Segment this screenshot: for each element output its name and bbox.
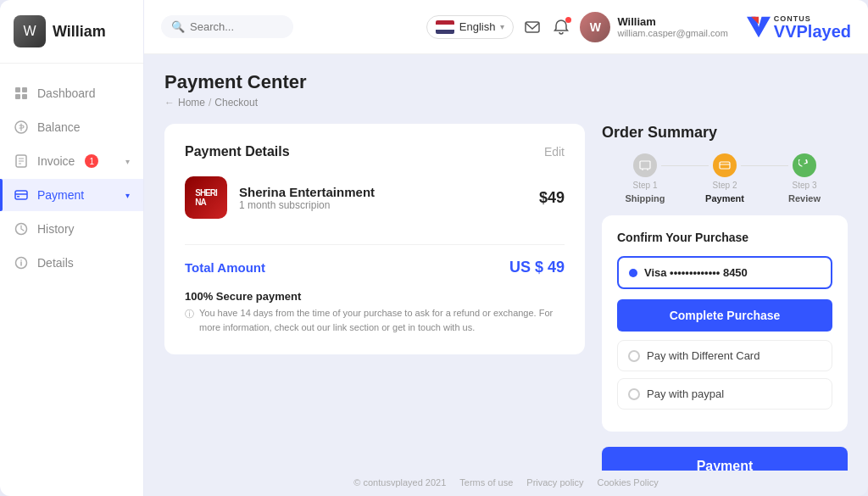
user-info[interactable]: W William william.casper@gmail.com (580, 12, 727, 42)
step-payment: Step 2 Payment (685, 153, 765, 203)
step-shipping-num: Step 1 (633, 181, 658, 190)
user-name: William (617, 15, 727, 28)
secure-desc: ⓘ You have 14 days from the time of your… (185, 306, 565, 334)
payment-chevron-icon: ▾ (125, 191, 130, 200)
topbar: 🔍 English ▾ W (144, 0, 868, 54)
svg-rect-16 (526, 22, 539, 32)
topbar-icons (524, 19, 570, 36)
total-row: Total Amount US $ 49 (185, 259, 565, 276)
step-review-label: Review (788, 193, 821, 203)
order-summary: Order Summary Step 1 Shipping (602, 124, 848, 471)
search-input[interactable] (190, 20, 283, 33)
content-area: Payment Center ← Home / Checkout Payment… (144, 54, 868, 471)
step-shipping: Step 1 Shipping (605, 153, 685, 203)
breadcrumb-current: Checkout (214, 97, 258, 109)
history-label: History (37, 222, 75, 236)
details-label: Details (37, 256, 74, 270)
sidebar-header: W William (0, 0, 143, 64)
pay-paypal-option[interactable]: Pay with paypal (617, 378, 832, 410)
payment-button[interactable]: Payment (602, 447, 848, 471)
product-icon: SHERINA (185, 176, 227, 219)
visa-dot (629, 269, 637, 277)
sidebar-item-invoice[interactable]: Invoice 1 ▾ (0, 145, 143, 177)
payment-details-title: Payment Details (185, 144, 290, 159)
secure-desc-text: You have 14 days from the time of your p… (199, 306, 565, 334)
flag-icon (436, 20, 454, 34)
dashboard-icon (14, 86, 29, 101)
sidebar: W William Dashboard (0, 0, 144, 496)
footer-privacy[interactable]: Privacy policy (526, 477, 583, 488)
footer-copyright: © contusvplayed 2021 (353, 477, 446, 488)
footer-cookies[interactable]: Cookies Policy (598, 477, 659, 488)
step-payment-num: Step 2 (713, 181, 737, 190)
user-avatar: W (580, 12, 610, 42)
confirm-card: Confirm Your Purchase Visa •••••••••••••… (602, 215, 848, 432)
user-email: william.casper@gmail.com (617, 28, 727, 38)
sidebar-nav: Dashboard Balance Invoice (0, 64, 143, 496)
sidebar-item-history[interactable]: History (0, 213, 143, 245)
sidebar-item-dashboard[interactable]: Dashboard (0, 77, 143, 109)
footer: © contusvplayed 2021 Terms of use Privac… (144, 471, 868, 496)
product-price: $49 (539, 189, 565, 207)
payment-icon (14, 187, 29, 203)
two-col-layout: Payment Details Edit SHERINA Sherina Ent… (164, 124, 848, 471)
svg-rect-3 (22, 94, 27, 99)
page-title: Payment Center (164, 71, 848, 93)
language-selector[interactable]: English ▾ (426, 15, 515, 39)
notification-dot (565, 17, 571, 23)
mail-button[interactable] (524, 19, 541, 36)
step-shipping-label: Shipping (625, 193, 665, 203)
language-label: English (459, 20, 496, 33)
pay-different-card-option[interactable]: Pay with Different Card (617, 340, 832, 371)
footer-terms[interactable]: Terms of use (459, 477, 513, 488)
payment-card-header: Payment Details Edit (185, 144, 565, 159)
divider (185, 244, 565, 245)
dashboard-label: Dashboard (37, 86, 96, 100)
details-icon (14, 255, 29, 270)
product-name: Sherina Entertainment (239, 185, 527, 199)
visa-row: Visa ••••••••••••• 8450 (617, 256, 832, 289)
brand-v-icon (747, 15, 771, 39)
product-subscription: 1 month subscripion (239, 199, 527, 211)
paypal-label: Pay with paypal (647, 387, 724, 400)
secure-title: 100% Secure payment (185, 290, 565, 303)
edit-link[interactable]: Edit (544, 145, 565, 159)
payment-label: Payment (37, 188, 84, 202)
radio-paypal (628, 388, 640, 400)
visa-text: Visa ••••••••••••• 8450 (644, 266, 748, 279)
total-amount: US $ 49 (509, 259, 565, 276)
breadcrumb-sep: / (209, 97, 211, 109)
search-icon: 🔍 (171, 20, 185, 33)
sidebar-item-balance[interactable]: Balance (0, 111, 143, 143)
breadcrumb-home[interactable]: Home (178, 97, 205, 109)
step-payment-circle (713, 153, 737, 177)
sidebar-item-payment[interactable]: Payment ▾ (0, 179, 143, 211)
brand-text: CONTUS VVPlayed (774, 14, 851, 40)
sidebar-item-details[interactable]: Details (0, 247, 143, 279)
step-shipping-circle (633, 153, 657, 177)
sidebar-username: William (53, 23, 106, 41)
step-review: Step 3 Review (765, 153, 844, 203)
svg-rect-1 (22, 87, 27, 92)
chevron-down-icon: ▾ (500, 22, 504, 31)
payment-btn-row: Payment (602, 447, 848, 471)
steps-row: Step 1 Shipping Step 2 Payment (602, 153, 848, 203)
brand-logo: CONTUS VVPlayed (747, 14, 851, 40)
payment-details-card: Payment Details Edit SHERINA Sherina Ent… (164, 124, 585, 354)
search-box[interactable]: 🔍 (161, 15, 293, 38)
notification-button[interactable] (553, 19, 570, 36)
radio-different-card (628, 350, 640, 362)
balance-icon (14, 120, 29, 135)
svg-rect-2 (15, 94, 20, 99)
info-icon: ⓘ (185, 307, 194, 321)
brand-vplayed: VVPlayed (774, 23, 851, 40)
breadcrumb-arrow-icon: ← (164, 97, 175, 109)
invoice-chevron-icon: ▾ (125, 157, 130, 166)
svg-rect-11 (17, 196, 19, 198)
product-icon-label: SHERINA (195, 188, 217, 207)
total-label: Total Amount (185, 260, 265, 275)
balance-label: Balance (37, 120, 81, 134)
complete-purchase-button[interactable]: Complete Purchase (617, 299, 832, 332)
breadcrumb: ← Home / Checkout (164, 97, 848, 109)
order-summary-title: Order Summary (602, 124, 848, 142)
